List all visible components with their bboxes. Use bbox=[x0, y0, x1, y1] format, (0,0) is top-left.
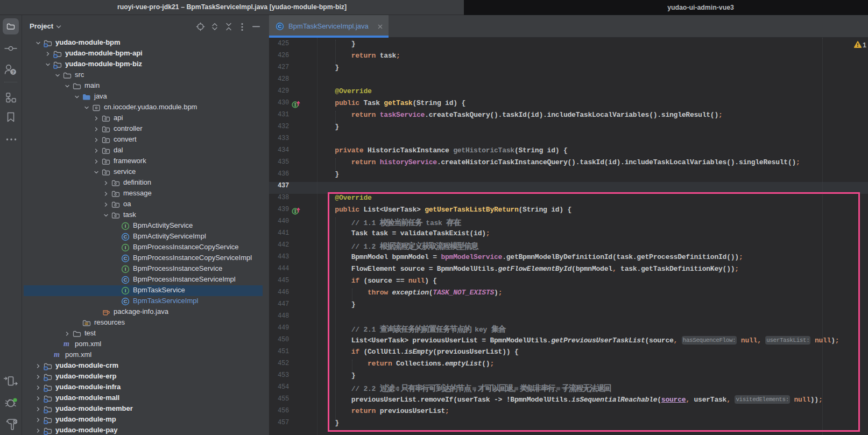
svg-text:I: I bbox=[125, 266, 126, 272]
svg-text:I: I bbox=[125, 244, 126, 250]
svg-text:C: C bbox=[124, 255, 128, 261]
svg-text:C: C bbox=[124, 277, 128, 283]
svg-text:1: 1 bbox=[863, 41, 866, 49]
svg-text:I: I bbox=[125, 287, 126, 293]
svg-text:C: C bbox=[278, 23, 282, 29]
svg-text:?: ? bbox=[12, 69, 15, 75]
svg-text:I: I bbox=[294, 102, 297, 108]
svg-text:I: I bbox=[125, 223, 126, 229]
svg-text:I: I bbox=[294, 209, 297, 214]
svg-text:C: C bbox=[124, 234, 128, 240]
svg-text:C: C bbox=[124, 298, 128, 304]
